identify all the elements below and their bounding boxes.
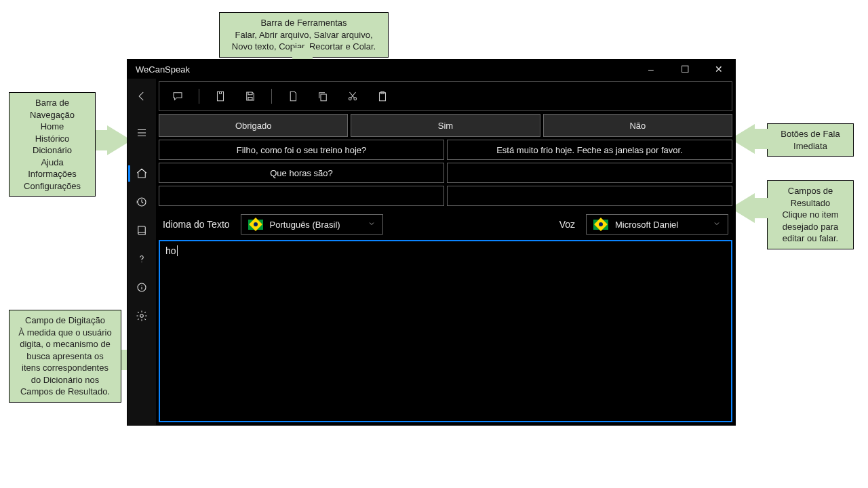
result-cell[interactable]: [447, 163, 732, 183]
question-icon: [136, 253, 148, 265]
flag-brazil-icon: [593, 220, 608, 230]
result-cell[interactable]: Está muito frio hoje. Feche as janelas p…: [447, 140, 732, 160]
maximize-button[interactable]: ☐: [674, 64, 696, 75]
paste-button[interactable]: [371, 85, 394, 107]
flag-brazil-icon: [248, 220, 263, 230]
speech-bubble-icon: [172, 90, 184, 102]
callout-typing: Campo de Digitação À medida que o usuári…: [9, 310, 121, 403]
svg-point-4: [140, 314, 144, 318]
svg-point-3: [141, 285, 142, 285]
nav-help[interactable]: [127, 245, 156, 272]
callout-quick-title: Botões de Fala Imediata: [774, 128, 846, 152]
voice-selected: Microsoft Daniel: [615, 220, 678, 230]
callout-results: Campos de Resultado Clique no item desej…: [767, 180, 854, 249]
quick-speak-row: Obrigado Sim Não: [159, 114, 732, 137]
chevron-down-icon: [713, 220, 721, 230]
paste-icon: [376, 90, 389, 102]
svg-rect-6: [248, 98, 252, 100]
quick-button-2[interactable]: Sim: [351, 114, 540, 137]
speak-button[interactable]: [166, 85, 189, 107]
text-input[interactable]: ho: [159, 240, 732, 422]
svg-point-9: [354, 98, 357, 100]
info-icon: [136, 281, 148, 293]
separator: [271, 89, 272, 104]
arrow-stem: [754, 129, 768, 149]
home-icon: [136, 167, 148, 180]
title-bar: WeCanSpeak – ☐ ✕: [127, 60, 735, 79]
svg-rect-5: [218, 92, 224, 101]
arrow-stem: [96, 130, 108, 150]
app-title: WeCanSpeak: [136, 64, 190, 75]
save-icon: [244, 90, 256, 102]
nav-info[interactable]: [127, 274, 156, 301]
history-icon: [136, 196, 148, 208]
close-button[interactable]: ✕: [708, 64, 730, 75]
copy-icon: [317, 90, 329, 102]
quick-button-1[interactable]: Obrigado: [159, 114, 348, 137]
callout-nav: Barra de Navegação Home Histórico Dicion…: [9, 92, 96, 197]
language-combo[interactable]: Português (Brasil): [241, 214, 383, 235]
open-file-icon: [214, 90, 226, 102]
result-row-3: [159, 186, 732, 206]
separator: [199, 89, 199, 104]
callout-nav-title: Barra de Navegação: [16, 97, 88, 121]
main-area: Obrigado Sim Não Filho, como foi o seu t…: [156, 79, 735, 425]
copy-button[interactable]: [311, 85, 334, 107]
chevron-down-icon: [368, 220, 376, 230]
voice-combo[interactable]: Microsoft Daniel: [586, 214, 728, 235]
text-input-value: ho: [165, 245, 176, 256]
svg-point-8: [349, 98, 351, 100]
result-cell[interactable]: Que horas são?: [159, 163, 444, 183]
nav-dictionary[interactable]: [127, 217, 156, 244]
callout-results-body: Clique no item desejado para editar ou f…: [774, 209, 846, 245]
result-row-1: Filho, como foi o seu treino hoje? Está …: [159, 140, 732, 160]
text-cursor: [177, 245, 178, 256]
language-label: Idioma do Texto: [163, 219, 230, 230]
save-button[interactable]: [239, 85, 262, 107]
result-cell[interactable]: Filho, como foi o seu treino hoje?: [159, 140, 444, 160]
result-cell[interactable]: [447, 186, 732, 206]
book-icon: [136, 224, 148, 237]
open-button[interactable]: [209, 85, 232, 107]
lang-voice-row: Idioma do Texto Português (Brasil) Voz M…: [159, 213, 732, 236]
new-button[interactable]: [281, 85, 304, 107]
nav-history[interactable]: [127, 188, 156, 216]
svg-rect-7: [321, 94, 326, 101]
nav-settings[interactable]: [127, 302, 156, 329]
menu-button[interactable]: [127, 119, 156, 146]
cut-button[interactable]: [341, 85, 364, 107]
language-selected: Português (Brasil): [270, 220, 340, 230]
arrow-left-icon: [136, 90, 148, 102]
svg-point-1: [141, 262, 142, 262]
cut-icon: [347, 90, 359, 102]
arrow-stem: [754, 198, 768, 218]
nav-home[interactable]: [127, 160, 156, 187]
gear-icon: [136, 310, 148, 322]
callout-typing-body: À medida que o usuário digita, o mecanis…: [16, 327, 114, 398]
result-row-2: Que horas são?: [159, 163, 732, 183]
quick-button-3[interactable]: Não: [543, 114, 732, 137]
window-controls: – ☐ ✕: [640, 64, 730, 75]
app-window: WeCanSpeak – ☐ ✕: [127, 59, 736, 426]
back-button[interactable]: [127, 83, 156, 110]
callout-typing-title: Campo de Digitação: [16, 314, 114, 327]
new-file-icon: [287, 90, 299, 102]
hamburger-icon: [136, 127, 148, 139]
toolbar: [159, 81, 732, 111]
callout-toolbar-title: Barra de Ferramentas: [226, 17, 381, 29]
minimize-button[interactable]: –: [640, 64, 662, 75]
nav-column: [127, 79, 156, 425]
result-cell[interactable]: [159, 186, 444, 206]
callout-results-title: Campos de Resultado: [774, 185, 846, 209]
voice-label: Voz: [559, 219, 575, 230]
callout-quick: Botões de Fala Imediata: [767, 123, 854, 157]
